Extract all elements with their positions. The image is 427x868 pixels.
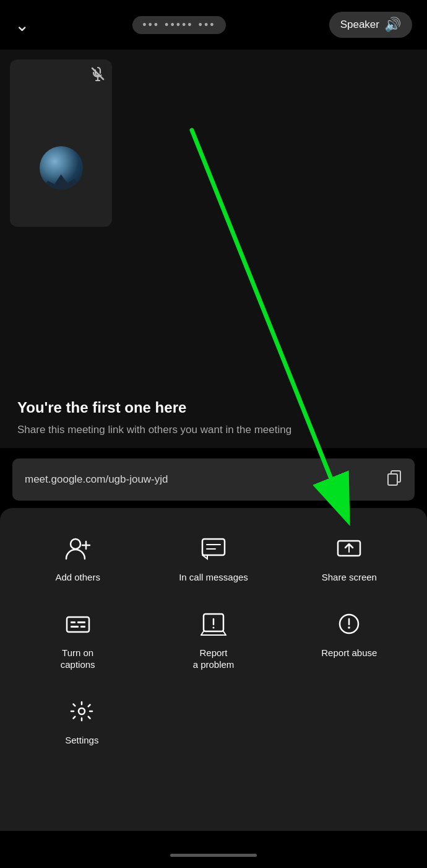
top-bar: ⌄ ••• ••••• ••• Speaker 🔊 [0, 0, 427, 50]
svg-rect-15 [67, 617, 89, 632]
bottom-panel: Add others In call messages [0, 508, 427, 831]
settings-icon [69, 699, 95, 727]
menu-item-report-abuse[interactable]: Report abuse [282, 601, 417, 688]
chevron-down-icon[interactable]: ⌄ [15, 15, 29, 35]
meeting-link-box[interactable]: meet.google.com/ugb-jouw-yjd [12, 458, 415, 501]
svg-rect-16 [71, 621, 75, 623]
meeting-code: ••• ••••• ••• [132, 16, 225, 34]
speaker-icon: 🔊 [384, 17, 401, 33]
svg-rect-6 [388, 474, 397, 485]
share-screen-label: Share screen [322, 571, 377, 584]
menu-item-report-problem[interactable]: Reporta problem [145, 601, 281, 688]
menu-item-settings[interactable]: Settings [16, 688, 148, 754]
menu-grid: Add others In call messages [10, 525, 417, 688]
in-call-messages-label: In call messages [179, 571, 248, 584]
message-icon [201, 537, 226, 564]
mute-icon [90, 66, 106, 86]
menu-item-in-call-messages[interactable]: In call messages [145, 525, 281, 601]
info-area: You're the first one here Share this mee… [0, 384, 427, 448]
svg-point-26 [79, 708, 85, 714]
report-abuse-icon [336, 612, 362, 639]
home-indicator [170, 854, 257, 857]
share-screen-icon [336, 537, 362, 564]
copy-icon[interactable] [386, 470, 402, 489]
first-one-title: You're the first one here [17, 399, 410, 416]
settings-row: Settings [10, 688, 417, 754]
menu-item-turn-on-captions[interactable]: Turn oncaptions [10, 601, 145, 688]
menu-item-share-screen[interactable]: Share screen [282, 525, 417, 601]
svg-rect-17 [77, 621, 85, 623]
video-area [0, 50, 427, 409]
svg-point-25 [348, 626, 351, 629]
avatar [40, 146, 83, 190]
turn-on-captions-label: Turn oncaptions [61, 647, 95, 671]
menu-item-add-others[interactable]: Add others [10, 525, 145, 601]
add-others-label: Add others [55, 571, 100, 584]
self-video-thumbnail [10, 59, 112, 227]
speaker-label: Speaker [340, 19, 379, 31]
svg-rect-18 [71, 626, 79, 628]
captions-icon [65, 612, 91, 639]
report-abuse-label: Report abuse [321, 647, 377, 659]
svg-rect-10 [202, 539, 225, 555]
report-problem-icon [201, 612, 226, 639]
report-problem-label: Reporta problem [193, 647, 235, 671]
first-one-subtitle: Share this meeting link with others you … [17, 423, 410, 438]
svg-rect-19 [80, 626, 85, 628]
settings-label: Settings [65, 734, 98, 747]
speaker-button[interactable]: Speaker 🔊 [329, 12, 412, 38]
meeting-link-text: meet.google.com/ugb-jouw-yjd [25, 473, 168, 486]
svg-point-22 [212, 626, 214, 628]
svg-point-7 [71, 539, 80, 549]
add-person-icon [65, 537, 91, 564]
